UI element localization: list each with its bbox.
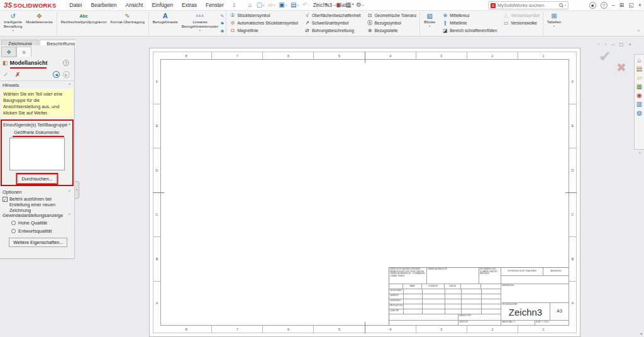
ribbon-small-button[interactable]: △ Versionssymbol [502,11,541,19]
minimize-button[interactable]: – [612,2,615,9]
pin-icon[interactable]: ↧ [232,3,236,8]
ribbon-small-button[interactable]: ① Stücklistensymbol [228,11,271,19]
user-account-icon[interactable]: ☻ [589,2,596,9]
confirmation-ok-icon[interactable]: ✔ [599,48,611,65]
task-pane-icon[interactable]: ◉ [636,92,642,99]
ok-button[interactable]: ✓ [3,71,8,78]
ribbon-small-button[interactable]: ⊚ Automatisches Stücklistensymbol [228,19,299,26]
drawing-number-cell: ZEICHNUNGSNR. Zeichn3 [501,303,550,321]
layout-grid-icon[interactable]: ⊞ [619,2,625,9]
more-properties-button[interactable]: Weitere Eigenschaften... [9,238,67,247]
linear-note-pattern-button[interactable]: AAA Lineares Bezugshinweismuster ▾ [180,12,220,33]
task-pane-icon[interactable]: ⌂ [637,57,641,64]
child-window-control-icon[interactable]: ▫ [604,41,606,47]
menu-item[interactable]: Ansicht [121,1,148,9]
panel-splitter-handle[interactable] [75,181,79,199]
panel-controls: ✓ ✗ ◀ ▶ [0,71,75,80]
note-tool-icon[interactable]: ❖ [220,28,224,35]
menu-item[interactable]: Extras [177,1,201,9]
tables-button[interactable]: ⊞ Tabellen ▾ [545,12,563,28]
qat-button[interactable]: ▢ ▾ [255,1,267,10]
note-button[interactable]: A Bezugshinweis [151,12,180,25]
menu-item[interactable]: Fenster [201,1,228,9]
ribbon-column-centers: ⊕ Mittelkreuz ∥ Mittellinie ◪ Bereich sc… [439,11,500,36]
format-painter-icon: ✎ [125,13,130,20]
model-items-button[interactable]: ✥ Modellelemente [24,12,54,25]
task-pane-icon[interactable]: ◍ [636,109,642,116]
child-window-control-icon[interactable]: ▫ [598,41,600,47]
qat-button[interactable]: ▤ ▾ [289,1,301,10]
collapse-chevron-icon[interactable]: ^ [69,122,70,128]
close-button[interactable]: × [638,2,641,9]
qat-button[interactable]: ▣ ▾ [277,1,289,10]
run-command-option[interactable]: ✓ Befehl ausführen bei Erstellung einer … [3,196,73,213]
collapse-chevron-icon[interactable]: ^ [69,82,70,88]
open-documents-listbox[interactable] [9,138,65,170]
cancel-button[interactable]: ✗ [15,71,20,78]
task-pane-icon[interactable]: ▥ [636,101,642,108]
ribbon-small-button[interactable]: √ Oberflächenbeschaffenheit [303,11,362,19]
ribbon-small-button[interactable]: ◪ Bereich schraffieren/füllen [441,26,498,34]
notice-section-header[interactable]: Hinweis ^ [3,82,70,88]
child-window-control-icon[interactable]: – [611,41,614,47]
child-window-control-icon[interactable]: ◻ [619,41,624,47]
collapse-chevron-icon[interactable]: ^ [69,189,70,195]
options-section-header[interactable]: Optionen ^ [3,189,70,195]
thread-display-section-header[interactable]: Gewindedarstellungsanzeige ^ [3,213,70,218]
panel-help-icon[interactable]: ? [63,60,69,66]
qat-button[interactable]: ↶ ▾ [301,1,312,10]
blocks-button[interactable]: ▧ Blöcke ▾ [422,12,437,28]
next-button[interactable]: ▶ [63,71,70,78]
format-painter-button[interactable]: ✎ Format-Übertragung [108,12,146,25]
graphics-area[interactable]: ▫▫–◻× ✔ ✖ 87654321 87654321 FEDCBA FEDCB… [75,36,644,337]
task-pane-icon[interactable]: ▤ [636,65,642,72]
ribbon-collapse-chevron-icon[interactable]: ^ [638,29,640,33]
ribbon-small-button[interactable]: Ω Magnetlinie [228,26,259,34]
confirmation-cancel-icon[interactable]: ✖ [616,60,626,75]
ribbon-small-button[interactable]: Ø Bohrungsbeschreibung [303,26,355,34]
note-tool-icon[interactable]: ✎ [220,13,224,19]
ribbon-small-button[interactable]: ⊕ Mittelkreuz [441,11,470,19]
ribbon-small-button[interactable]: ⊕ Bezugsstelle [366,26,399,34]
high-quality-option[interactable]: Hohe Qualität [11,220,47,226]
ribbon-small-button[interactable]: Ⓐ Bezugssymbol [366,19,402,26]
menu-item[interactable]: Bearbeiten [86,1,121,9]
menu-item[interactable]: Einfügen [147,1,177,9]
checkbox-checked-icon[interactable]: ✓ [3,197,8,202]
task-pane-icon[interactable]: ▱ [637,74,642,81]
smart-dimension-button[interactable]: ↺ Intelligente Bemaßung ▾ [2,12,24,33]
search-input[interactable] [497,3,559,8]
title-block[interactable]: WENN NICHT ANDERS DEFINIERT: BEMASSUNGEN… [389,267,569,325]
task-pane-icon[interactable]: ▦ [636,83,642,90]
search-box[interactable]: S ▾ [488,1,569,9]
browse-button[interactable]: Durchsuchen... [17,174,57,184]
back-button[interactable]: ◀ [53,71,60,78]
insert-section-header[interactable]: Einzufügende(s) Teil/Baugruppe ^ [2,121,72,128]
scroll-down-icon[interactable]: ▾ [640,331,642,336]
menu-item[interactable]: Datei [65,1,87,9]
property-manager-tab[interactable]: ≡ [16,47,31,57]
task-pane-collapse-icon[interactable]: ^ [639,151,641,155]
qat-button[interactable]: ⚙ ▾ [354,1,365,10]
ribbon-small-button[interactable]: ▭ Versionswolke [502,19,538,26]
spell-checker-button[interactable]: Abc Rechtschreibprüfprogramm [59,12,109,25]
qat-button[interactable]: ⌂ [247,1,255,10]
qat-button[interactable]: ▱ ▾ [266,1,277,10]
drawing-sheet[interactable]: 87654321 87654321 FEDCBA FEDCBA WENN NIC… [149,48,580,337]
note-tool-icon[interactable]: ⚑ [220,20,224,27]
collapse-chevron-icon[interactable]: ^ [69,213,70,218]
restore-button[interactable]: ◱ [628,2,634,9]
ribbon-small-button[interactable]: ⊡ Geometrische Toleranz [366,11,418,19]
search-icon[interactable] [559,3,564,8]
ribbon-small-button[interactable]: ↗ Schweißnahtsymbol [303,19,350,26]
radio-icon[interactable] [11,229,16,233]
chevron-down-icon: ▾ [286,4,287,7]
child-window-control-icon[interactable]: × [628,41,631,47]
feature-manager-tab[interactable]: ❖ [1,47,16,57]
radio-icon[interactable] [11,221,16,225]
ribbon-small-button[interactable]: ∥ Mittellinie [441,19,468,26]
help-icon[interactable]: ? [601,2,608,9]
draft-quality-option[interactable]: Entwurfsqualität [11,228,52,234]
chevron-down-icon: ▾ [553,25,555,28]
chevron-down-icon[interactable]: ▾ [565,4,566,7]
